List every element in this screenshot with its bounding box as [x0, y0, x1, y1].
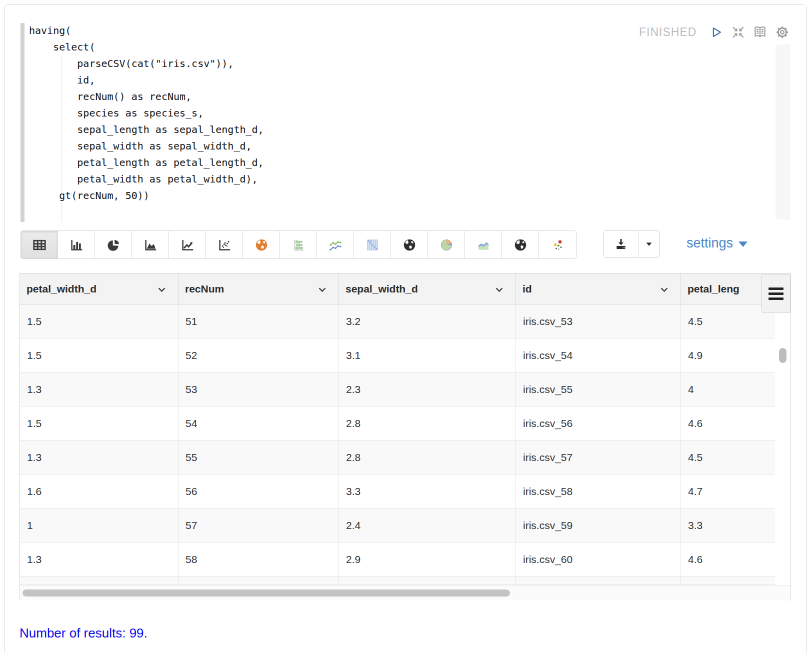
table-cell: 57	[178, 508, 339, 542]
area-chart-icon	[143, 238, 158, 252]
chevron-down-icon[interactable]	[158, 286, 166, 292]
partial-row	[20, 576, 776, 585]
chart-type-line-button[interactable]	[169, 231, 206, 258]
table-cell: 58	[178, 542, 339, 576]
table-cell: 2.8	[339, 406, 516, 440]
table-cell: 51	[178, 304, 339, 338]
table-cell: 55	[178, 440, 339, 474]
chart-type-globe-button[interactable]	[391, 231, 428, 258]
table-cell: 52	[178, 338, 339, 372]
caret-down-icon	[644, 238, 654, 250]
column-header-petal-width[interactable]: petal_width_d	[20, 274, 178, 304]
paragraph-controls	[708, 24, 790, 40]
editor-scrollbar[interactable]	[776, 44, 790, 220]
vertical-scrollbar-thumb[interactable]	[779, 348, 786, 363]
horizontal-scrollbar-thumb[interactable]	[22, 590, 510, 596]
table-row: 1.3582.9iris.csv_604.6	[20, 542, 776, 576]
table-cell: 4	[681, 372, 776, 406]
download-icon	[614, 237, 628, 251]
table-cell: 3.1	[339, 338, 516, 372]
chart-type-multiline-button[interactable]	[317, 231, 354, 258]
run-button[interactable]	[708, 24, 724, 40]
chart-type-pie-colored-button[interactable]	[428, 231, 465, 258]
table-cell: 1.3	[20, 372, 178, 406]
chart-type-heatmap-button[interactable]	[354, 231, 391, 258]
column-header-id[interactable]: id	[516, 274, 681, 304]
column-header-recnum[interactable]: recNum	[178, 274, 339, 304]
chart-type-bar-button[interactable]	[58, 231, 95, 258]
gear-icon	[775, 25, 790, 40]
scatter-colored-icon	[550, 238, 565, 252]
table-cell: 4.5	[681, 440, 776, 474]
chevron-down-icon[interactable]	[318, 286, 326, 292]
table-cell: 56	[178, 474, 339, 508]
paragraph-card: having( select( parseCSV(cat("iris.csv")…	[4, 4, 807, 653]
table-cell: 2.8	[339, 440, 516, 474]
pie-chart-icon	[106, 238, 121, 252]
chevron-down-icon[interactable]	[495, 286, 504, 292]
bar-chart-icon	[69, 238, 84, 252]
settings-caret-icon	[738, 242, 748, 247]
table-cell: 53	[178, 372, 339, 406]
settings-gear-button[interactable]	[774, 24, 790, 40]
chart-type-pie-button[interactable]	[95, 231, 132, 258]
chart-type-scatter-colored-button[interactable]	[539, 231, 576, 258]
table-cell: 4.9	[681, 338, 776, 372]
table-cell: 1	[20, 508, 178, 542]
table-cell: iris.csv_56	[516, 406, 681, 440]
chart-type-area-button[interactable]	[132, 231, 169, 258]
globe-dark-2-icon	[513, 238, 528, 252]
table-cell: 1.3	[20, 440, 178, 474]
table-cell: 54	[178, 406, 339, 440]
horizontal-scrollbar[interactable]	[20, 585, 790, 600]
heatmap-grid-icon	[365, 238, 380, 252]
run-icon	[710, 26, 723, 39]
table-cell: iris.csv_55	[516, 372, 681, 406]
bubble-chart-icon	[291, 238, 306, 252]
query-code[interactable]: having( select( parseCSV(cat("iris.csv")…	[29, 22, 264, 204]
table-cell: 1.5	[20, 304, 178, 338]
table-row: 1.3552.8iris.csv_574.5	[20, 440, 776, 474]
table-cell: 3.3	[339, 474, 516, 508]
download-options-button[interactable]	[639, 231, 659, 257]
table-cell: 2.3	[339, 372, 516, 406]
chart-type-globe2-button[interactable]	[502, 231, 539, 258]
column-menu-button[interactable]	[762, 274, 790, 313]
table-body: 1.5513.2iris.csv_534.51.5523.1iris.csv_5…	[20, 304, 776, 576]
vertical-scrollbar[interactable]	[775, 304, 790, 585]
collapse-button[interactable]	[730, 24, 746, 40]
table-cell: 3.2	[339, 304, 516, 338]
scatter-chart-icon	[217, 238, 232, 252]
chart-type-map-button[interactable]	[243, 231, 280, 258]
chart-type-bubble-button[interactable]	[280, 231, 317, 258]
table-cell: 1.6	[20, 474, 178, 508]
table-cell: 1.5	[20, 338, 178, 372]
results-table: petal_width_d recNum sepal_width_d id pe…	[20, 273, 791, 600]
book-icon	[752, 25, 768, 39]
results-count: Number of results: 99.	[20, 626, 148, 641]
download-button[interactable]	[604, 231, 639, 257]
globe-dark-icon	[402, 238, 417, 252]
table-row: 1.3532.3iris.csv_554	[20, 372, 776, 406]
table-cell: iris.csv_53	[516, 304, 681, 338]
column-header-sepal-width[interactable]: sepal_width_d	[339, 274, 516, 304]
collapse-icon	[731, 25, 746, 40]
table-row: 1.5513.2iris.csv_534.5	[20, 304, 776, 338]
chart-type-stream-button[interactable]	[465, 231, 502, 258]
code-editor[interactable]: having( select( parseCSV(cat("iris.csv")…	[4, 4, 806, 224]
table-cell: iris.csv_57	[516, 440, 681, 474]
chevron-down-icon[interactable]	[660, 286, 668, 292]
table-row: 1.5542.8iris.csv_564.6	[20, 406, 776, 440]
settings-dropdown[interactable]: settings	[686, 236, 748, 251]
table-cell: 3.3	[681, 508, 776, 542]
table-cell: 4.7	[681, 474, 776, 508]
chart-type-scatter-button[interactable]	[206, 231, 243, 258]
table-cell: 2.9	[339, 542, 516, 576]
chart-type-table-button[interactable]	[21, 231, 58, 258]
table-row: 1572.4iris.csv_593.3	[20, 508, 776, 542]
table-cell: 2.4	[339, 508, 516, 542]
table-cell: iris.csv_60	[516, 542, 681, 576]
table-icon	[32, 238, 47, 252]
table-cell: 4.6	[681, 542, 776, 576]
book-button[interactable]	[752, 24, 768, 40]
